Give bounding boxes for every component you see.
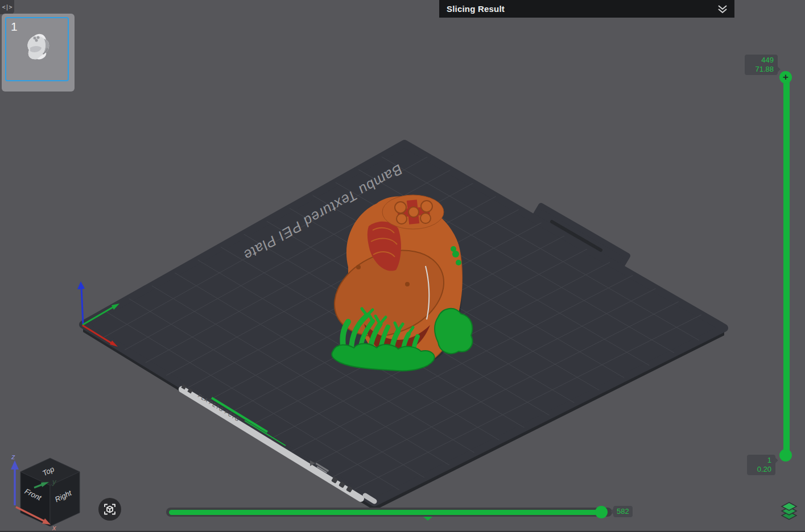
panel-toggle-icon: <|> xyxy=(2,4,12,10)
layer-slider-track[interactable] xyxy=(783,74,790,458)
viewport-3d[interactable]: Bambu Textured PEI Plate PLA PETG PCTG xyxy=(0,0,805,532)
move-slider-handle[interactable] xyxy=(595,506,608,518)
slicing-result-title: Slicing Result xyxy=(439,4,505,14)
fit-view-cube-icon xyxy=(103,502,117,516)
layer-slider-top-tooltip: 449 71.88 xyxy=(745,55,778,75)
move-slider-tooltip: 582 xyxy=(613,506,633,517)
plate-thumbnail-image xyxy=(23,31,51,63)
layer-slider-bottom-handle[interactable] xyxy=(779,449,792,462)
move-slider-value: 582 xyxy=(617,507,629,516)
plus-icon: + xyxy=(783,72,789,82)
move-slider-fill xyxy=(169,510,598,515)
slicing-result-header[interactable]: Slicing Result xyxy=(439,0,734,18)
bottom-layer-height: 0.20 xyxy=(751,465,771,474)
layers-icon xyxy=(781,501,798,521)
nav-cube[interactable]: Top Front Right z x y xyxy=(0,443,97,532)
nav-axis-z-label: z xyxy=(11,452,15,461)
plate-number: 1 xyxy=(11,20,18,34)
layer-slider-top-handle[interactable]: + xyxy=(779,71,792,84)
chevron-double-down-icon[interactable] xyxy=(716,5,729,14)
bottom-layer-number: 1 xyxy=(751,456,771,465)
layer-slider-bottom-tooltip: 1 0.20 xyxy=(747,455,775,475)
slider-marker-icon xyxy=(423,517,432,521)
sidebar-collapse-button[interactable]: <|> xyxy=(0,0,14,14)
model-top-detail xyxy=(382,195,444,229)
nav-axis-x-label: x xyxy=(52,523,56,532)
top-layer-number: 449 xyxy=(749,56,774,65)
plate-list-item[interactable]: 1 xyxy=(2,14,75,92)
fit-view-button[interactable] xyxy=(98,498,121,521)
slicer-preview-window: { "app": { "collapse_button_glyph": "<|>… xyxy=(0,0,805,532)
layers-view-button[interactable] xyxy=(781,501,798,523)
top-layer-height: 71.88 xyxy=(749,65,774,74)
